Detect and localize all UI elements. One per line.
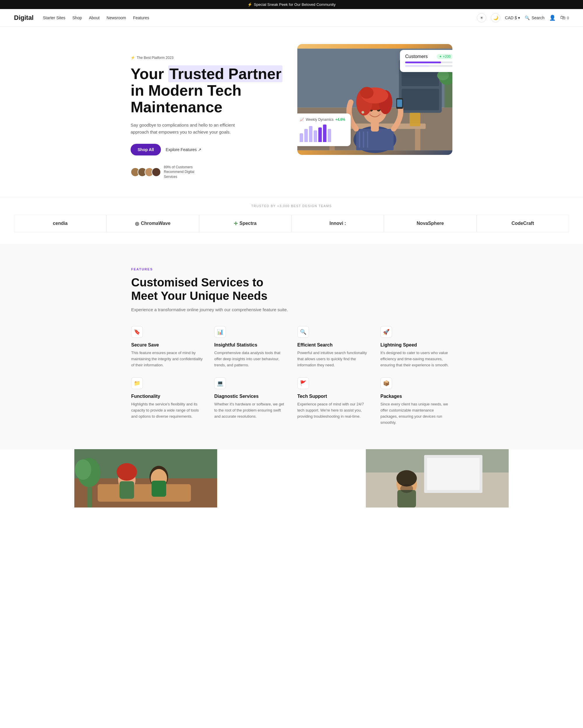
laptop-icon: 💻 — [217, 380, 223, 387]
currency-selector[interactable]: CAD $ ▾ — [505, 16, 520, 20]
brand-cendia: cendia — [14, 215, 106, 232]
nav-link-features[interactable]: Features — [133, 16, 149, 20]
bar-chart-icon: 📊 — [217, 329, 223, 335]
search-icon: 🔍 — [525, 16, 530, 20]
hero-badge: ⚡ The Best Platform 2023 — [131, 56, 286, 60]
currency-chevron-icon: ▾ — [518, 16, 520, 20]
site-logo[interactable]: Digital — [14, 14, 33, 22]
weekly-dynamics-title: Weekly Dynamics — [306, 118, 333, 122]
light-mode-button[interactable]: ☀ — [477, 13, 486, 23]
efficient-search-icon-box: 🔍 — [297, 326, 309, 338]
hero-right: Customers ✦ +200 📈 Weekly Dynamics — [297, 44, 452, 155]
brand-innovi: Innovi : — [292, 215, 384, 232]
customers-progress-bar-2 — [405, 65, 452, 67]
svg-rect-43 — [87, 487, 92, 508]
account-button[interactable]: 👤 — [549, 15, 556, 21]
feature-tech-support-desc: Experience peace of mind with our 24/7 t… — [297, 401, 369, 419]
feature-packages-name: Packages — [381, 394, 452, 399]
nav-link-newsroom[interactable]: Newsroom — [107, 16, 126, 20]
bar-3 — [309, 126, 312, 142]
search-icon-feature: 🔍 — [300, 329, 306, 335]
search-button[interactable]: 🔍 Search — [525, 16, 544, 20]
social-proof-text: 89% of Customers Recommend Digital Servi… — [164, 165, 205, 179]
feature-insightful-statistics-desc: Comprehensive data analysis tools that o… — [214, 350, 286, 368]
explore-features-link[interactable]: Explore Features ↗ — [166, 147, 201, 152]
codecraft-label: CodeCraft — [511, 221, 534, 226]
shop-all-button[interactable]: Shop All — [131, 144, 161, 155]
nav-link-about[interactable]: About — [89, 16, 100, 20]
weekly-dynamics-badge: +4.6% — [335, 118, 345, 122]
insightful-statistics-icon-box: 📊 — [214, 326, 226, 338]
top-banner: ⚡ Special Sneak Peek for Our Beloved Com… — [0, 0, 583, 9]
feature-diagnostic-services-name: Diagnostic Services — [214, 394, 286, 399]
customers-bar-fill — [405, 61, 441, 63]
navigation: Digital Starter Sites Shop About Newsroo… — [0, 9, 583, 27]
bar-5 — [318, 127, 322, 142]
innovi-label: Innovi : — [329, 221, 346, 226]
hero-left: ⚡ The Best Platform 2023 Your Trusted Pa… — [131, 44, 286, 179]
currency-label: CAD $ — [505, 16, 517, 20]
bookmark-icon: 🔖 — [134, 329, 140, 335]
badge-text: The Best Platform 2023 — [137, 56, 173, 60]
folder-icon: 📁 — [134, 380, 140, 387]
features-section: FEATURES Customised Services to Meet You… — [0, 244, 583, 449]
nav-link-shop[interactable]: Shop — [72, 16, 82, 20]
feature-secure-save-name: Secure Save — [131, 342, 202, 348]
svg-point-42 — [75, 459, 91, 480]
svg-rect-15 — [359, 132, 360, 148]
feature-lightning-speed: 🚀 Lightning Speed It's designed to cater… — [381, 326, 452, 368]
svg-rect-14 — [356, 129, 393, 150]
rocket-icon: 🚀 — [383, 329, 389, 335]
hero-social-proof: 89% of Customers Recommend Digital Servi… — [131, 165, 286, 179]
svg-rect-11 — [415, 129, 420, 150]
avatar-4 — [151, 167, 161, 177]
features-tag: FEATURES — [131, 267, 452, 271]
svg-point-36 — [117, 463, 137, 481]
feature-insightful-statistics: 📊 Insightful Statistics Comprehensive da… — [214, 326, 286, 368]
weekly-bar-chart — [300, 125, 345, 142]
cendia-label: cendia — [53, 221, 67, 226]
customers-bar-fill-2 — [405, 65, 429, 67]
features-title: Customised Services to Meet Your Unique … — [131, 276, 277, 303]
nav-right: ☀ 🌙 CAD $ ▾ 🔍 Search 👤 🛍 0 — [477, 13, 569, 23]
bar-6 — [323, 125, 327, 142]
feature-tech-support: 🚩 Tech Support Experience peace of mind … — [297, 378, 369, 425]
hero-image: Customers ✦ +200 📈 Weekly Dynamics — [297, 44, 452, 155]
bar-4 — [314, 130, 317, 142]
svg-point-28 — [360, 87, 374, 99]
feature-efficient-search-name: Efficient Search — [297, 342, 369, 348]
svg-rect-17 — [367, 132, 368, 148]
feature-diagnostic-services-desc: Whether it's hardware or software, we ge… — [214, 401, 286, 419]
features-description: Experience a transformative online journ… — [131, 307, 452, 312]
svg-rect-31 — [397, 100, 402, 107]
svg-rect-40 — [151, 481, 166, 497]
dark-mode-button[interactable]: 🌙 — [491, 13, 500, 23]
feature-functionality-name: Functionality — [131, 394, 202, 399]
svg-rect-16 — [363, 132, 364, 148]
nav-link-starter-sites[interactable]: Starter Sites — [43, 16, 65, 20]
nav-left: Digital Starter Sites Shop About Newsroo… — [14, 14, 149, 22]
hero-title-start: Your — [131, 65, 168, 82]
trusted-label: TRUSTED BY +3,000 BEST DESIGN TEAMS — [14, 204, 569, 208]
functionality-icon-box: 📁 — [131, 378, 143, 389]
customers-card-header: Customers ✦ +200 — [405, 54, 452, 59]
feature-diagnostic-services: 💻 Diagnostic Services Whether it's hardw… — [214, 378, 286, 425]
chromawave-label: ChromaWave — [141, 221, 170, 226]
banner-lightning-icon: ⚡ — [248, 2, 252, 7]
bar-2 — [304, 129, 308, 142]
package-icon: 📦 — [383, 380, 389, 387]
spectra-icon: ✛ — [234, 221, 238, 226]
feature-efficient-search: 🔍 Efficient Search Powerful and intuitiv… — [297, 326, 369, 368]
feature-packages-desc: Since every client has unique needs, we … — [381, 401, 452, 425]
hero-section: ⚡ The Best Platform 2023 Your Trusted Pa… — [117, 27, 466, 197]
cart-button[interactable]: 🛍 0 — [560, 15, 569, 21]
svg-rect-47 — [427, 458, 479, 490]
bottom-left-illustration — [0, 449, 292, 508]
svg-rect-12 — [410, 113, 420, 126]
spectra-label: Spectra — [239, 221, 256, 226]
diagnostic-services-icon-box: 💻 — [214, 378, 226, 389]
svg-point-51 — [400, 484, 413, 493]
nav-links: Starter Sites Shop About Newsroom Featur… — [43, 16, 149, 20]
brand-novasphere: NovaSphere — [384, 215, 476, 232]
badge-lightning-icon: ⚡ — [131, 56, 135, 60]
